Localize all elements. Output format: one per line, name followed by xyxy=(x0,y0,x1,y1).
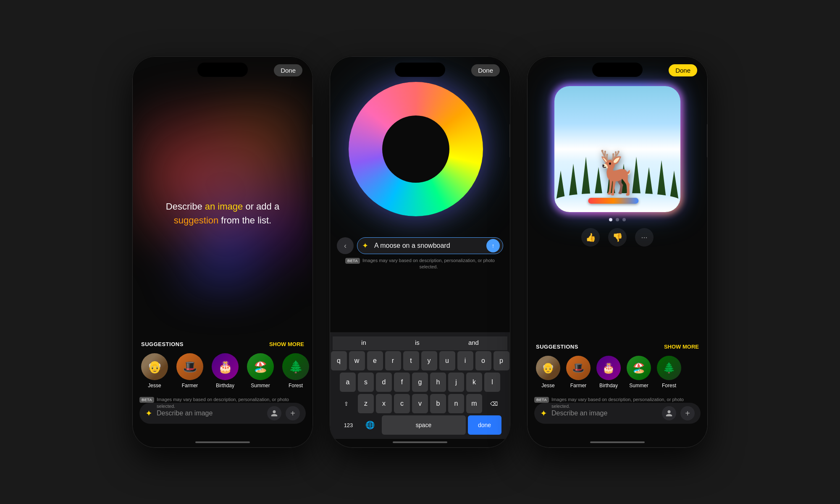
key-n[interactable]: n xyxy=(448,394,464,413)
more-options-button[interactable]: ··· xyxy=(635,228,654,247)
beta-text-1: Images may vary based on description, pe… xyxy=(157,396,306,410)
forest-img-3: 🌲 xyxy=(657,356,681,380)
input-placeholder-3[interactable]: Describe an image xyxy=(551,410,658,417)
suggestion-farmer-3[interactable]: 🎩 Farmer xyxy=(566,356,591,388)
text-suggestion: suggestion xyxy=(174,215,218,226)
input-placeholder-1[interactable]: Describe an image xyxy=(157,410,263,417)
show-more-button-3[interactable]: SHOW MORE xyxy=(664,344,699,350)
suggestion-jesse-1[interactable]: 👴 Jesse xyxy=(141,353,168,388)
avatar-summer-1: 🏖️ xyxy=(247,353,274,380)
ambient-background-1 xyxy=(133,90,312,300)
key-e[interactable]: e xyxy=(367,351,383,370)
key-c[interactable]: c xyxy=(394,394,410,413)
key-a[interactable]: a xyxy=(340,373,356,392)
key-shift[interactable]: ⇧ xyxy=(336,394,356,413)
rainbow-orb xyxy=(349,82,483,216)
sparkle-icon-1: ✦ xyxy=(145,408,152,418)
phone2-input-area: ‹ ✦ ↑ BETA Images may vary based on desc… xyxy=(330,237,510,274)
birthday-label-1: Birthday xyxy=(216,383,234,388)
key-delete[interactable]: ⌫ xyxy=(484,394,504,413)
phone1-prompt-text: Describe an image or add a suggestion fr… xyxy=(133,200,312,227)
key-s[interactable]: s xyxy=(358,373,374,392)
dot-3 xyxy=(622,218,626,221)
dislike-button[interactable]: 👎 xyxy=(608,228,627,247)
snowboard xyxy=(588,198,638,204)
beta-tag-1: BETA xyxy=(139,397,154,403)
back-button-2[interactable]: ‹ xyxy=(337,237,354,254)
farmer-img-3: 🎩 xyxy=(566,356,591,380)
suggestion-summer-3[interactable]: 🏖️ Summer xyxy=(627,356,651,388)
key-space[interactable]: space xyxy=(382,415,466,435)
key-x[interactable]: x xyxy=(376,394,392,413)
text-or-add: or add a xyxy=(243,201,279,212)
key-i[interactable]: i xyxy=(457,351,473,370)
key-q[interactable]: q xyxy=(331,351,347,370)
key-z[interactable]: z xyxy=(358,394,374,413)
key-d[interactable]: d xyxy=(376,373,392,392)
key-l[interactable]: l xyxy=(484,373,500,392)
like-button[interactable]: 👍 xyxy=(581,228,600,247)
generated-image-area: 🦌 👍 👎 ··· xyxy=(554,86,680,247)
text-input-2[interactable] xyxy=(357,237,503,254)
key-u[interactable]: u xyxy=(439,351,455,370)
key-k[interactable]: k xyxy=(466,373,482,392)
keyboard: in is and q w e r t y u i o p a xyxy=(330,332,510,439)
key-m[interactable]: m xyxy=(466,394,482,413)
text-an-image: an image xyxy=(205,201,243,212)
jesse-avatar-img-1: 👴 xyxy=(141,353,168,380)
avatar-summer-3: 🏖️ xyxy=(627,356,651,380)
dot-2 xyxy=(616,218,619,221)
key-v[interactable]: v xyxy=(412,394,428,413)
birthday-img-3: 🎂 xyxy=(596,356,621,380)
suggestion-birthday-1[interactable]: 🎂 Birthday xyxy=(212,353,239,388)
avatar-forest-3: 🌲 xyxy=(657,356,681,380)
kb-suggest-and[interactable]: and xyxy=(468,339,479,346)
key-b[interactable]: b xyxy=(430,394,446,413)
done-button-2[interactable]: Done xyxy=(471,64,500,76)
jesse-img-3: 👴 xyxy=(536,356,560,380)
phone1-suggestions-panel: SUGGESTIONS SHOW MORE 👴 Jesse 🎩 F xyxy=(133,341,312,388)
key-num[interactable]: 123 xyxy=(339,415,358,435)
phone-3: Done 🦌 xyxy=(527,56,708,448)
phone-1: Done Describe an image or add a suggesti… xyxy=(132,56,313,448)
key-y[interactable]: y xyxy=(421,351,437,370)
key-h[interactable]: h xyxy=(430,373,446,392)
moose-image-frame: 🦌 xyxy=(554,86,680,212)
suggestions-label-3: SUGGESTIONS xyxy=(536,344,578,350)
key-done[interactable]: done xyxy=(468,415,501,435)
send-button-2[interactable]: ↑ xyxy=(486,239,500,252)
beta-text-2: Images may vary based on description, pe… xyxy=(362,257,495,270)
beta-text-3: Images may vary based on description, pe… xyxy=(551,396,701,410)
key-o[interactable]: o xyxy=(475,351,491,370)
suggestion-forest-1[interactable]: 🌲 Forest xyxy=(282,353,309,388)
suggestion-jesse-3[interactable]: 👴 Jesse xyxy=(536,356,560,388)
key-globe[interactable]: 🌐 xyxy=(360,416,380,434)
key-p[interactable]: p xyxy=(494,351,509,370)
phone2-content: ‹ ✦ ↑ BETA Images may vary based on desc… xyxy=(330,57,510,447)
suggestion-forest-3[interactable]: 🌲 Forest xyxy=(657,356,681,388)
forest-label-3: Forest xyxy=(662,383,676,388)
avatar-farmer-3: 🎩 xyxy=(566,356,591,380)
key-j[interactable]: j xyxy=(448,373,464,392)
kb-suggest-in[interactable]: in xyxy=(361,339,366,346)
suggestion-birthday-3[interactable]: 🎂 Birthday xyxy=(596,356,621,388)
suggestion-summer-1[interactable]: 🏖️ Summer xyxy=(247,353,274,388)
farmer-label-1: Farmer xyxy=(182,383,198,388)
farmer-avatar-img-1: 🎩 xyxy=(176,353,203,380)
key-f[interactable]: f xyxy=(394,373,410,392)
suggestion-farmer-1[interactable]: 🎩 Farmer xyxy=(176,353,203,388)
phone2-input-row: ‹ ✦ ↑ xyxy=(337,237,503,254)
key-w[interactable]: w xyxy=(349,351,365,370)
home-indicator-1 xyxy=(195,441,250,443)
kb-suggest-is[interactable]: is xyxy=(415,339,420,346)
keyboard-suggestions-row: in is and xyxy=(333,336,507,350)
done-button-1[interactable]: Done xyxy=(274,64,302,76)
done-button-3[interactable]: Done xyxy=(669,64,697,76)
rainbow-orb-container xyxy=(349,82,491,225)
show-more-button-1[interactable]: SHOW MORE xyxy=(269,341,304,347)
key-g[interactable]: g xyxy=(412,373,428,392)
key-t[interactable]: t xyxy=(403,351,419,370)
key-r[interactable]: r xyxy=(385,351,401,370)
summer-avatar-img-1: 🏖️ xyxy=(247,353,274,380)
forest-label-1: Forest xyxy=(289,383,303,388)
